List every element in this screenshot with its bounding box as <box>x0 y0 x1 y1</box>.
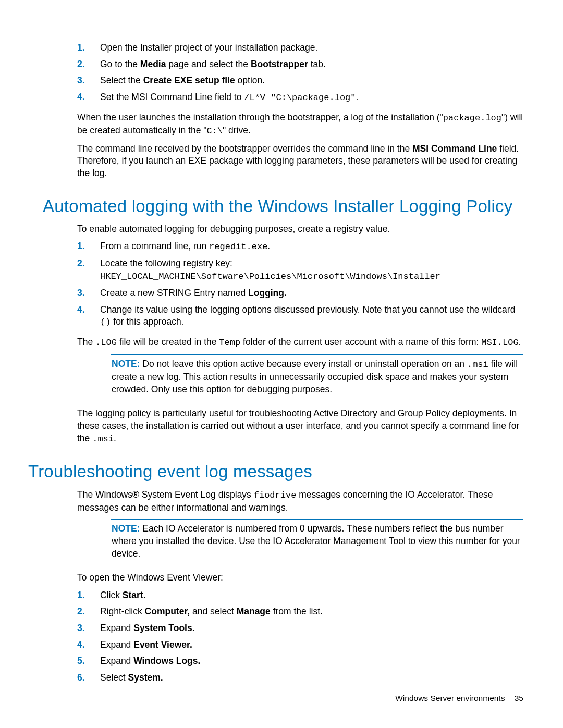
note-box: NOTE: Do not leave this option active be… <box>111 354 523 400</box>
body: To enable automated logging for debuggin… <box>77 223 523 446</box>
note-text: NOTE: Each IO Accelerator is numbered fr… <box>112 523 522 560</box>
list-number: 3. <box>77 75 100 87</box>
ordered-list-2: 1.From a command line, run regedit.exe.2… <box>77 240 523 329</box>
paragraph: To open the Windows Event Viewer: <box>77 572 523 584</box>
list-number: 3. <box>77 287 100 300</box>
list-item: 2.Go to the Media page and select the Bo… <box>77 58 523 71</box>
list-number: 6. <box>77 672 100 684</box>
list-text: Expand Windows Logs. <box>100 655 523 668</box>
list-text: Select the Create EXE setup file option. <box>100 75 523 87</box>
list-number: 2. <box>77 257 100 270</box>
list-text: Open the Installer project of your insta… <box>100 42 523 54</box>
list-number: 4. <box>77 304 100 316</box>
list-item: 1.From a command line, run regedit.exe. <box>77 240 523 253</box>
body: 1.Open the Installer project of your ins… <box>77 42 523 180</box>
list-item: 4.Expand Event Viewer. <box>77 639 523 651</box>
list-item: 3.Expand System Tools. <box>77 622 523 635</box>
section-heading: Troubleshooting event log messages <box>28 461 523 482</box>
list-item: 4.Change its value using the logging opt… <box>77 304 523 329</box>
list-text: Locate the following registry key:HKEY_L… <box>100 257 523 283</box>
list-number: 1. <box>77 42 100 54</box>
list-item: 1.Open the Installer project of your ins… <box>77 42 523 54</box>
list-text: Select System. <box>100 672 523 684</box>
list-item: 4.Set the MSI Command Line field to /L*V… <box>77 91 523 104</box>
list-text: Go to the Media page and select the Boot… <box>100 58 523 71</box>
list-number: 5. <box>77 655 100 668</box>
list-item: 2.Locate the following registry key:HKEY… <box>77 257 523 283</box>
list-text: Expand Event Viewer. <box>100 639 523 651</box>
page: 1.Open the Installer project of your ins… <box>0 0 563 728</box>
paragraph: The .LOG file will be created in the Tem… <box>77 336 523 349</box>
list-text: Create a new STRING Entry named Logging. <box>100 287 523 300</box>
list-number: 4. <box>77 639 100 651</box>
note-box: NOTE: Each IO Accelerator is numbered fr… <box>111 519 523 564</box>
paragraph: The logging policy is particularly usefu… <box>77 408 523 445</box>
note-body: Do not leave this option active because … <box>112 359 518 394</box>
list-text: Click Start. <box>100 589 523 602</box>
list-text: Expand System Tools. <box>100 622 523 635</box>
list-number: 4. <box>77 91 100 104</box>
ordered-list-3: 1.Click Start.2.Right-click Computer, an… <box>77 589 523 684</box>
paragraph: The command line received by the bootstr… <box>77 143 523 180</box>
list-number: 2. <box>77 58 100 71</box>
note-body: Each IO Accelerator is numbered from 0 u… <box>112 523 520 558</box>
page-number: 35 <box>515 694 523 702</box>
paragraph: To enable automated logging for debuggin… <box>77 223 523 236</box>
list-item: 5.Expand Windows Logs. <box>77 655 523 668</box>
note-label: NOTE: <box>112 359 140 369</box>
list-text: Right-click Computer, and select Manage … <box>100 606 523 618</box>
paragraph: The Windows® System Event Log displays f… <box>77 489 523 514</box>
paragraph: When the user launches the installation … <box>77 112 523 138</box>
list-item: 3.Select the Create EXE setup file optio… <box>77 75 523 87</box>
list-item: 1.Click Start. <box>77 589 523 602</box>
ordered-list-1: 1.Open the Installer project of your ins… <box>77 42 523 104</box>
page-footer: Windows Server environments 35 <box>395 694 523 703</box>
footer-text: Windows Server environments <box>395 694 505 702</box>
list-text: Change its value using the logging optio… <box>100 304 523 329</box>
list-number: 3. <box>77 622 100 635</box>
list-number: 1. <box>77 240 100 253</box>
list-item: 3.Create a new STRING Entry named Loggin… <box>77 287 523 300</box>
list-item: 2.Right-click Computer, and select Manag… <box>77 606 523 618</box>
list-item: 6.Select System. <box>77 672 523 684</box>
note-label: NOTE: <box>112 523 140 534</box>
section-heading: Automated logging with the Windows Insta… <box>43 195 523 217</box>
list-number: 1. <box>77 589 100 602</box>
list-text: Set the MSI Command Line field to /L*V "… <box>100 91 523 104</box>
list-number: 2. <box>77 606 100 618</box>
body: The Windows® System Event Log displays f… <box>77 489 523 684</box>
list-text: From a command line, run regedit.exe. <box>100 240 523 253</box>
note-text: NOTE: Do not leave this option active be… <box>112 358 522 396</box>
